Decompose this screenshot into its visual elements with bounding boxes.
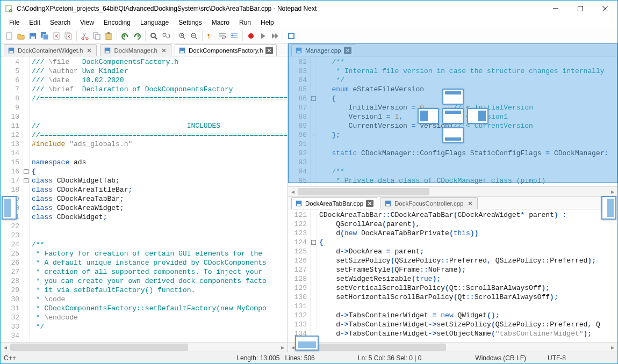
dock-cross-center[interactable] bbox=[442, 108, 464, 124]
wrap-button[interactable] bbox=[217, 31, 228, 41]
hscroll-left[interactable]: ◂▸ bbox=[1, 342, 288, 352]
code-bottom-right[interactable]: CDockAreaTabBar::CDockAreaTabBar(CDockAr… bbox=[317, 209, 617, 342]
menu-language[interactable]: Language bbox=[136, 18, 173, 27]
tab-label: DockContainerWidget.h bbox=[18, 47, 83, 54]
menu-edit[interactable]: Edit bbox=[25, 18, 45, 27]
replace-button[interactable] bbox=[160, 31, 171, 41]
svg-text:¶: ¶ bbox=[207, 33, 211, 39]
fwd-button[interactable] bbox=[269, 31, 280, 41]
new-button[interactable] bbox=[4, 31, 15, 41]
dock-indicator-left[interactable] bbox=[2, 196, 17, 220]
menu-run[interactable]: Run bbox=[235, 18, 255, 27]
svg-rect-7 bbox=[43, 34, 48, 40]
save-button[interactable] bbox=[27, 31, 38, 41]
open-button[interactable] bbox=[16, 31, 26, 41]
find-button[interactable] bbox=[148, 31, 159, 41]
bottom-right-tab-0[interactable]: DockAreaTabBar.cpp bbox=[291, 197, 377, 209]
file-icon bbox=[295, 47, 303, 54]
svg-rect-16 bbox=[107, 32, 110, 34]
dock-cross-top[interactable] bbox=[442, 89, 464, 105]
menu-view[interactable]: View bbox=[76, 18, 98, 27]
work-area: DockContainerWidget.hDockManager.hDockCo… bbox=[1, 43, 617, 352]
svg-rect-15 bbox=[106, 33, 111, 40]
copy-button[interactable] bbox=[91, 31, 102, 41]
bottom-right-tab-1[interactable]: DockFocusController.cpp bbox=[380, 197, 477, 209]
tab-label: DockFocusController.cpp bbox=[394, 200, 463, 207]
fold-column-top-right[interactable]: - bbox=[311, 56, 317, 186]
cut-button[interactable] bbox=[80, 31, 90, 41]
dock-cross-left[interactable] bbox=[418, 108, 439, 124]
menu-settings[interactable]: Settings bbox=[174, 18, 206, 27]
close-icon[interactable] bbox=[366, 200, 373, 207]
redo-button[interactable] bbox=[132, 31, 142, 41]
svg-rect-36 bbox=[386, 203, 390, 206]
left-tab-1[interactable]: DockManager.h bbox=[100, 44, 171, 56]
minimize-button[interactable] bbox=[543, 1, 568, 17]
close-icon[interactable] bbox=[85, 47, 93, 54]
code-left[interactable]: /// \file DockComponentsFactory.h /// \a… bbox=[30, 56, 288, 342]
svg-point-22 bbox=[248, 33, 254, 39]
close-button[interactable] bbox=[51, 31, 62, 41]
dock-indicator-right[interactable] bbox=[601, 196, 616, 220]
file-icon bbox=[384, 200, 392, 207]
svg-rect-14 bbox=[96, 34, 100, 40]
menu-macro[interactable]: Macro bbox=[207, 18, 234, 27]
menu-bar: FileEditSearchViewEncodingLanguageSettin… bbox=[1, 17, 617, 28]
save-all-button[interactable] bbox=[39, 31, 50, 41]
toolbar: ¶ bbox=[1, 28, 617, 43]
close-all-button[interactable] bbox=[63, 31, 74, 41]
svg-rect-34 bbox=[297, 203, 301, 206]
indent-button[interactable] bbox=[229, 31, 240, 41]
svg-rect-5 bbox=[31, 37, 35, 39]
menu-help[interactable]: Help bbox=[256, 18, 278, 27]
right-bottom-pane: DockAreaTabBar.cppDockFocusController.cp… bbox=[288, 196, 617, 352]
paste-button[interactable] bbox=[103, 31, 114, 41]
ws-button[interactable]: ¶ bbox=[205, 31, 216, 41]
svg-rect-32 bbox=[297, 50, 301, 53]
dock-cross-bottom[interactable] bbox=[442, 127, 464, 143]
file-icon bbox=[178, 47, 186, 54]
maximize-button[interactable] bbox=[568, 1, 593, 17]
tab-strip-bottom-right: DockAreaTabBar.cppDockFocusController.cp… bbox=[288, 196, 617, 209]
file-icon bbox=[8, 47, 15, 54]
menu-encoding[interactable]: Encoding bbox=[99, 18, 135, 27]
menu-file[interactable]: File bbox=[5, 18, 24, 27]
svg-point-18 bbox=[163, 33, 166, 37]
play-button[interactable] bbox=[257, 31, 268, 41]
close-icon[interactable] bbox=[344, 47, 351, 54]
dock-indicator-bottom[interactable] bbox=[295, 336, 319, 351]
close-icon[interactable] bbox=[466, 200, 474, 207]
gutter-top-right: 8283848586878889909192939495 bbox=[288, 56, 311, 186]
file-icon bbox=[295, 200, 303, 207]
svg-rect-26 bbox=[10, 50, 13, 53]
right-top-pane: Manager.cpp 8283848586878889909192939495… bbox=[288, 43, 617, 196]
left-tab-0[interactable]: DockContainerWidget.h bbox=[4, 44, 97, 56]
fold-column-bottom-right[interactable]: - bbox=[311, 209, 317, 342]
svg-rect-28 bbox=[106, 50, 110, 53]
top-right-tab-0[interactable]: Manager.cpp bbox=[291, 44, 355, 56]
left-tab-2[interactable]: DockComponentsFactory.h bbox=[175, 44, 277, 56]
editor-left[interactable]: 4567891011121314151617181920212223242526… bbox=[1, 56, 288, 342]
rec-button[interactable] bbox=[246, 31, 256, 41]
right-pane: Manager.cpp 8283848586878889909192939495… bbox=[288, 43, 617, 352]
app-button[interactable] bbox=[286, 31, 297, 41]
menu-search[interactable]: Search bbox=[46, 18, 75, 27]
hscroll-bottom-right[interactable]: ◂▸ bbox=[288, 342, 617, 352]
app-icon bbox=[5, 4, 13, 13]
editor-bottom-right[interactable]: 1211221231241251261271281291301311321331… bbox=[288, 209, 617, 342]
undo-button[interactable] bbox=[120, 31, 131, 41]
fold-column-left[interactable]: -- bbox=[23, 56, 30, 342]
close-button[interactable] bbox=[593, 1, 617, 17]
status-length: Length: 13.005 bbox=[236, 354, 279, 362]
hscroll-top-right[interactable]: ◂▸ bbox=[288, 186, 617, 196]
zoom-out-button[interactable] bbox=[189, 31, 199, 41]
dock-cross-right[interactable] bbox=[467, 108, 488, 124]
svg-rect-30 bbox=[181, 50, 184, 53]
left-pane: DockContainerWidget.hDockManager.hDockCo… bbox=[1, 43, 288, 352]
zoom-in-button[interactable] bbox=[177, 31, 188, 41]
file-icon bbox=[104, 47, 111, 54]
window-title: C:\CodingXP\cetoni_projects_64bit\QtAdva… bbox=[17, 5, 543, 12]
tab-strip-left: DockContainerWidget.hDockManager.hDockCo… bbox=[1, 43, 288, 56]
close-icon[interactable] bbox=[265, 47, 273, 54]
close-icon[interactable] bbox=[160, 47, 168, 54]
